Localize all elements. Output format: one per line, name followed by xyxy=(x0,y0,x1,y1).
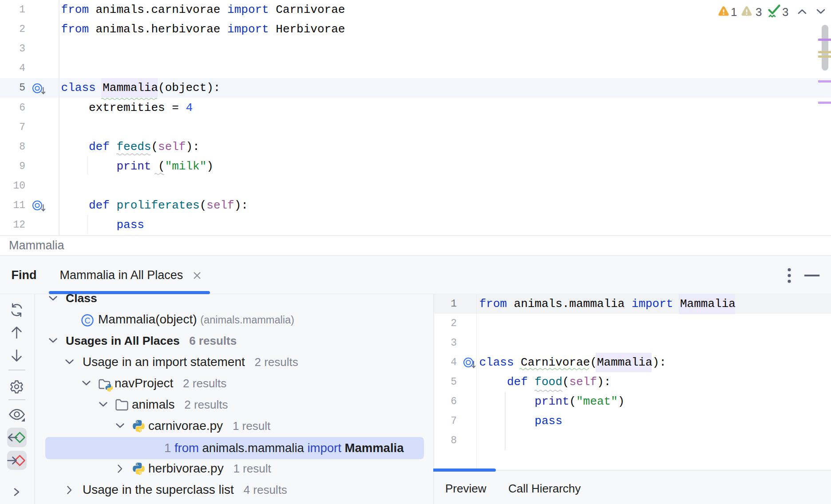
svg-text:C: C xyxy=(85,316,91,325)
